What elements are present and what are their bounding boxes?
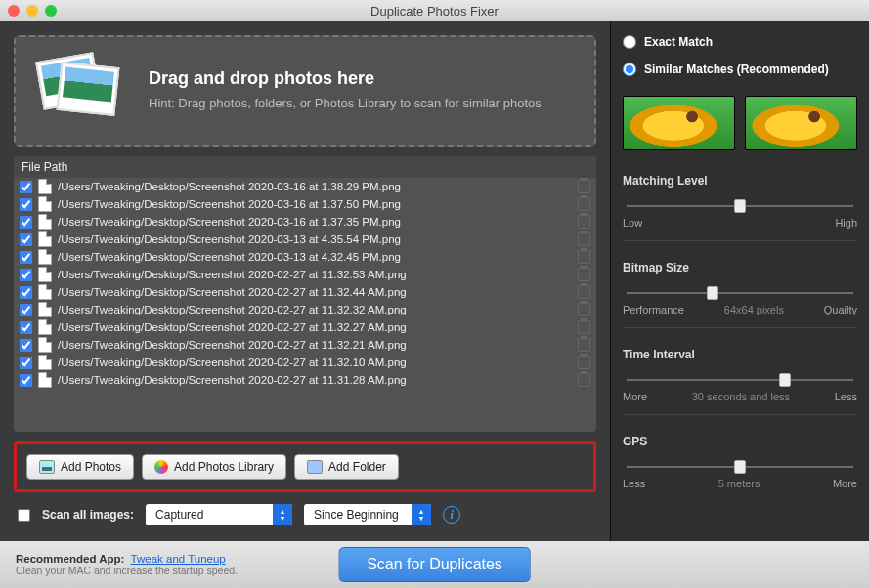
file-list-body[interactable]: /Users/Tweaking/Desktop/Screenshot 2020-… xyxy=(14,178,596,432)
file-row-checkbox[interactable] xyxy=(20,357,32,369)
recommended-link[interactable]: Tweak and Tuneup xyxy=(131,553,226,565)
matching-low: Low xyxy=(623,217,642,229)
file-row[interactable]: /Users/Tweaking/Desktop/Screenshot 2020-… xyxy=(14,266,596,283)
file-row[interactable]: /Users/Tweaking/Desktop/Screenshot 2020-… xyxy=(14,178,596,195)
time-right: Less xyxy=(835,391,857,402)
exact-match-label: Exact Match xyxy=(644,35,713,49)
recommended-sub: Clean your MAC and increase the startup … xyxy=(16,565,238,576)
right-panel: Exact Match Similar Matches (Recommended… xyxy=(610,21,869,541)
trash-icon[interactable] xyxy=(578,180,590,193)
trash-icon[interactable] xyxy=(578,268,590,281)
file-row-checkbox[interactable] xyxy=(20,269,32,281)
select-arrows-icon: ▲▼ xyxy=(412,504,431,525)
bitmap-size-knob[interactable] xyxy=(707,286,718,300)
time-interval-track[interactable] xyxy=(627,379,853,381)
file-path: /Users/Tweaking/Desktop/Screenshot 2020-… xyxy=(58,181,572,192)
file-path: /Users/Tweaking/Desktop/Screenshot 2020-… xyxy=(58,321,572,333)
file-row-checkbox[interactable] xyxy=(20,198,32,211)
file-row[interactable]: /Users/Tweaking/Desktop/Screenshot 2020-… xyxy=(14,195,596,213)
file-path: /Users/Tweaking/Desktop/Screenshot 2020-… xyxy=(58,374,572,386)
file-row[interactable]: /Users/Tweaking/Desktop/Screenshot 2020-… xyxy=(14,283,596,301)
preview-thumb-1 xyxy=(623,96,735,150)
scan-options-bar: Scan all images: Captured ▲▼ Since Begin… xyxy=(14,502,596,527)
file-row-checkbox[interactable] xyxy=(20,304,32,316)
file-row[interactable]: /Users/Tweaking/Desktop/Screenshot 2020-… xyxy=(14,213,596,231)
scan-for-duplicates-button[interactable]: Scan for Duplicates xyxy=(338,547,531,582)
trash-icon[interactable] xyxy=(578,250,590,264)
trash-icon[interactable] xyxy=(578,215,590,229)
trash-icon[interactable] xyxy=(578,338,590,352)
file-row-checkbox[interactable] xyxy=(20,339,32,352)
matching-level-knob[interactable] xyxy=(734,199,746,213)
file-row[interactable]: /Users/Tweaking/Desktop/Screenshot 2020-… xyxy=(14,371,596,389)
trash-icon[interactable] xyxy=(578,356,590,369)
add-photos-label: Add Photos xyxy=(61,460,121,474)
time-interval-slider: Time Interval More 30 seconds and less L… xyxy=(623,342,857,415)
minimize-icon[interactable] xyxy=(26,5,38,17)
file-row-checkbox[interactable] xyxy=(20,233,32,246)
info-icon[interactable]: i xyxy=(443,506,460,524)
document-icon xyxy=(38,249,52,265)
photos-app-icon xyxy=(154,460,168,474)
similar-match-radio[interactable]: Similar Matches (Recommended) xyxy=(623,63,857,76)
file-path: /Users/Tweaking/Desktop/Screenshot 2020-… xyxy=(58,339,572,351)
scan-all-checkbox[interactable] xyxy=(18,509,30,522)
trash-icon[interactable] xyxy=(578,197,590,211)
bitmap-size-label: Bitmap Size xyxy=(623,261,857,274)
trash-icon[interactable] xyxy=(578,373,590,387)
time-left: More xyxy=(623,391,647,402)
add-photos-button[interactable]: Add Photos xyxy=(26,454,134,480)
file-row-checkbox[interactable] xyxy=(20,374,32,387)
document-icon xyxy=(38,267,52,282)
time-interval-knob[interactable] xyxy=(779,373,791,387)
file-row[interactable]: /Users/Tweaking/Desktop/Screenshot 2020-… xyxy=(14,354,596,371)
bitmap-size-track[interactable] xyxy=(627,292,853,294)
window-title: Duplicate Photos Fixer xyxy=(0,4,869,19)
left-panel: Drag and drop photos here Hint: Drag pho… xyxy=(0,21,610,541)
photos-stack-icon xyxy=(39,57,127,125)
file-row[interactable]: /Users/Tweaking/Desktop/Screenshot 2020-… xyxy=(14,336,596,354)
file-row-checkbox[interactable] xyxy=(20,321,32,334)
file-row-checkbox[interactable] xyxy=(20,181,32,193)
recommended-app: Recommended App: Tweak and Tuneup xyxy=(16,553,238,565)
file-row[interactable]: /Users/Tweaking/Desktop/Screenshot 2020-… xyxy=(14,231,596,248)
file-row-checkbox[interactable] xyxy=(20,216,32,229)
file-row-checkbox[interactable] xyxy=(20,251,32,264)
document-icon xyxy=(38,337,52,353)
bitmap-left: Performance xyxy=(623,304,684,315)
zoom-icon[interactable] xyxy=(45,5,57,17)
trash-icon[interactable] xyxy=(578,303,590,316)
exact-match-input[interactable] xyxy=(623,35,636,49)
exact-match-radio[interactable]: Exact Match xyxy=(623,35,857,49)
since-select[interactable]: Since Beginning ▲▼ xyxy=(304,504,431,525)
file-row[interactable]: /Users/Tweaking/Desktop/Screenshot 2020-… xyxy=(14,301,596,318)
gps-knob[interactable] xyxy=(734,460,746,474)
trash-icon[interactable] xyxy=(578,285,590,299)
trash-icon[interactable] xyxy=(578,320,590,334)
similar-match-input[interactable] xyxy=(623,63,636,76)
captured-select-value: Captured xyxy=(146,508,273,522)
gps-left: Less xyxy=(623,478,645,489)
add-folder-button[interactable]: Add Folder xyxy=(294,454,399,480)
dropzone-heading: Drag and drop photos here xyxy=(149,68,542,89)
document-icon xyxy=(38,319,52,335)
document-icon xyxy=(38,302,52,317)
file-row[interactable]: /Users/Tweaking/Desktop/Screenshot 2020-… xyxy=(14,318,596,336)
similar-match-label: Similar Matches (Recommended) xyxy=(644,63,829,76)
close-icon[interactable] xyxy=(8,5,20,17)
add-photos-library-button[interactable]: Add Photos Library xyxy=(142,454,286,480)
traffic-lights xyxy=(8,5,57,17)
document-icon xyxy=(38,196,52,212)
matching-level-label: Matching Level xyxy=(623,174,857,188)
since-select-value: Since Beginning xyxy=(304,508,412,522)
dropzone[interactable]: Drag and drop photos here Hint: Drag pho… xyxy=(14,35,596,147)
matching-level-slider: Matching Level Low High xyxy=(623,168,857,241)
trash-icon[interactable] xyxy=(578,232,590,246)
matching-level-track[interactable] xyxy=(627,205,853,207)
file-row[interactable]: /Users/Tweaking/Desktop/Screenshot 2020-… xyxy=(14,248,596,266)
gps-track[interactable] xyxy=(627,466,853,468)
captured-select[interactable]: Captured ▲▼ xyxy=(146,504,292,525)
file-row-checkbox[interactable] xyxy=(20,286,32,299)
folder-icon xyxy=(307,460,323,474)
preview-thumbs xyxy=(623,96,857,150)
